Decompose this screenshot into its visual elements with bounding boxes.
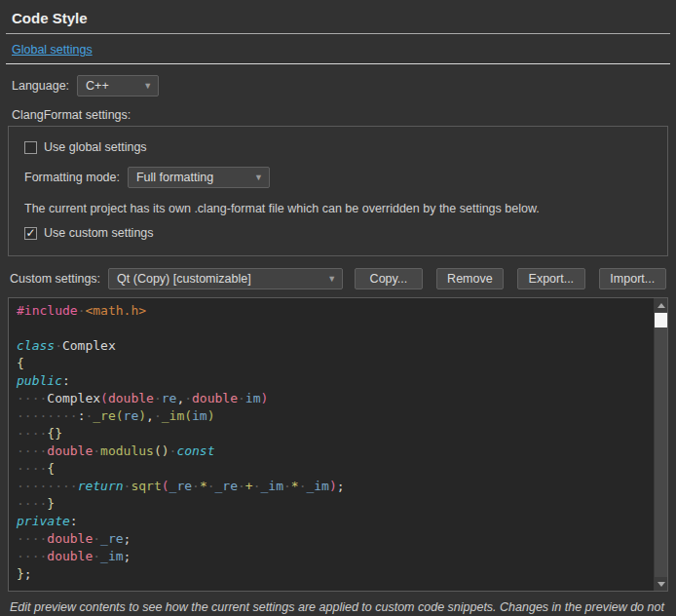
custom-settings-value: Qt (Copy) [customizable] [117,272,318,286]
custom-settings-label: Custom settings: [10,272,100,286]
import-button[interactable]: Import... [599,268,666,289]
use-global-settings-row: Use global settings [24,140,654,154]
code-line: ····{ [17,460,648,478]
page-title: Code Style [12,10,664,26]
language-row: Language: C++ ▼ [12,75,664,96]
copy-button[interactable]: Copy... [355,268,422,289]
scroll-down-button[interactable] [655,577,667,591]
title-divider [6,33,670,34]
chevron-down-icon: ▼ [254,173,263,182]
code-line: ····Complex(double·re,·double·im) [17,390,648,407]
footer-hint-text: Edit preview contents to see how the cur… [10,598,666,616]
triangle-up-icon [657,303,665,308]
formatting-mode-label: Formatting mode: [24,171,120,184]
triangle-down-icon [657,582,665,587]
use-custom-settings-label: Use custom settings [44,226,154,240]
formatting-mode-row: Formatting mode: Full formatting ▼ [24,167,654,188]
code-line: ········:·_re(re),·_im(im) [17,407,648,425]
code-line: ····{} [17,425,648,443]
custom-settings-row: Custom settings: Qt (Copy) [customizable… [10,268,666,289]
code-line: private: [17,513,648,530]
chevron-down-icon: ▼ [143,81,152,91]
use-custom-settings-row: Use custom settings [24,226,654,240]
language-value: C++ [86,79,133,93]
use-global-settings-label: Use global settings [44,140,147,154]
clangformat-section-label: ClangFormat settings: [12,108,664,122]
language-label: Language: [12,79,69,93]
vertical-scrollbar[interactable] [654,298,667,591]
custom-settings-combobox[interactable]: Qt (Copy) [customizable] ▼ [108,268,343,289]
code-editor-content[interactable]: #include·<math.h> class·Complex{public:·… [9,298,667,587]
scroll-up-button[interactable] [655,298,667,312]
code-line: ····double·modulus()·const [17,443,648,460]
code-line: ····double·_im; [17,548,648,565]
global-settings-link[interactable]: Global settings [12,43,93,57]
code-line: class·Complex [17,337,648,355]
formatting-mode-value: Full formatting [136,171,244,184]
export-button[interactable]: Export... [517,268,584,289]
scrollbar-thumb[interactable] [655,313,667,327]
link-divider [6,63,670,64]
code-line: { [17,355,648,372]
code-preview-editor[interactable]: #include·<math.h> class·Complex{public:·… [8,297,668,592]
clangformat-groupbox: Use global settings Formatting mode: Ful… [8,126,668,256]
chevron-down-icon: ▼ [327,274,336,284]
code-line: public: [17,372,648,390]
clang-format-note: The current project has its own .clang-f… [24,202,654,215]
code-style-settings-page: Code Style Global settings Language: C++… [0,0,676,616]
code-line: ····double·_re; [17,530,648,548]
code-line [17,320,648,337]
use-global-settings-checkbox[interactable] [24,141,37,154]
formatting-mode-combobox[interactable]: Full formatting ▼ [128,167,270,188]
remove-button[interactable]: Remove [436,268,504,289]
language-combobox[interactable]: C++ ▼ [77,75,159,96]
use-custom-settings-checkbox[interactable] [24,227,37,240]
code-line: ········return·sqrt(_re·*·_re·+·_im·*·_i… [17,478,648,495]
code-line: #include·<math.h> [17,302,648,320]
code-line: }; [17,565,648,583]
code-line: ····} [17,495,648,513]
